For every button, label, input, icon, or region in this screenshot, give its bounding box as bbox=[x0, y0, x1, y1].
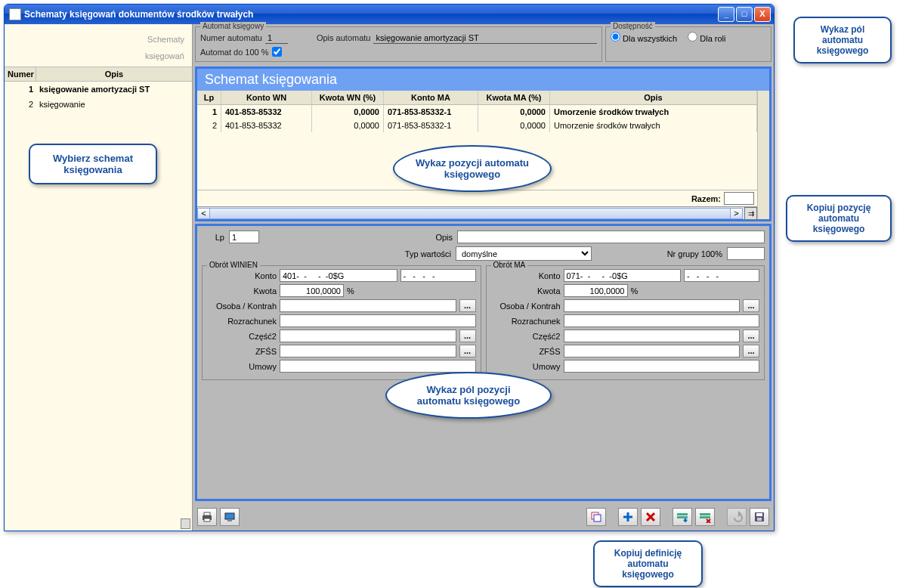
delete-button[interactable] bbox=[641, 508, 660, 526]
list-item[interactable]: 1 księgowanie amortyzacji ST bbox=[5, 82, 192, 97]
grid-hscroll[interactable]: < > ⇉ bbox=[197, 206, 757, 219]
scroll-left-icon[interactable]: < bbox=[197, 208, 210, 219]
sidebar-header: Numer Opis bbox=[5, 67, 192, 82]
ma-osoba-lookup[interactable]: ... bbox=[743, 299, 759, 312]
ma-konto-input[interactable] bbox=[564, 269, 682, 282]
svg-rect-2 bbox=[204, 518, 210, 521]
row-add-button[interactable] bbox=[673, 508, 692, 526]
wn-osoba-input[interactable] bbox=[280, 299, 456, 312]
grid-title: Schemat księgowania bbox=[197, 69, 769, 91]
print-button[interactable] bbox=[197, 508, 217, 526]
svg-rect-3 bbox=[225, 513, 234, 519]
minimize-button[interactable]: _ bbox=[718, 7, 734, 22]
undo-button[interactable] bbox=[727, 508, 747, 526]
wn-roz-input[interactable] bbox=[280, 314, 476, 327]
detail-opis-input[interactable] bbox=[457, 231, 765, 243]
grid-header: Lp Konto WN Kwota WN (%) Konto MA Kwota … bbox=[197, 91, 757, 105]
wn-osoba-lookup[interactable]: ... bbox=[459, 299, 476, 312]
detail-panel: Lp Opis Typ wartości domyślne Nr grupy 1… bbox=[195, 224, 771, 501]
titlebar: Schematy księgowań dokumentów środków tr… bbox=[5, 5, 774, 24]
obrot-wn-fieldset: Obrót WINIEN Konto Kwota % Osoba / Kontr… bbox=[202, 265, 481, 380]
app-icon bbox=[9, 8, 21, 20]
window-title: Schematy księgowań dokumentów środków tr… bbox=[24, 9, 718, 20]
razem-label: Razem: bbox=[691, 194, 721, 203]
svg-rect-7 bbox=[677, 513, 688, 515]
ma-um-input[interactable] bbox=[564, 360, 760, 373]
ma-kwota-input[interactable] bbox=[564, 284, 628, 297]
svg-rect-12 bbox=[756, 513, 762, 516]
dostep-fieldset: Dostępność Dla wszystkich Dla roli bbox=[605, 26, 771, 62]
automat-fieldset: Automat księgowy Numer automatu Opis aut… bbox=[195, 26, 602, 62]
100-checkbox[interactable] bbox=[272, 47, 282, 57]
numer-label: Numer automatu bbox=[200, 33, 262, 42]
radio-all[interactable]: Dla wszystkich bbox=[611, 32, 677, 43]
copy-def-button[interactable] bbox=[586, 508, 606, 526]
svg-rect-9 bbox=[700, 513, 710, 515]
table-row[interactable]: 1 401-853-85332 0,0000 071-853-85332-1 0… bbox=[197, 105, 757, 119]
save-button[interactable] bbox=[750, 508, 769, 526]
bottom-toolbar bbox=[195, 506, 771, 528]
ma-cz-lookup[interactable]: ... bbox=[743, 330, 759, 342]
wn-cz-lookup[interactable]: ... bbox=[459, 330, 476, 342]
ma-roz-input[interactable] bbox=[564, 314, 760, 327]
ma-zfss-lookup[interactable]: ... bbox=[743, 345, 759, 357]
callout-automat-fields: Wykaz pól automatu księgowego bbox=[793, 17, 892, 63]
lp-input[interactable] bbox=[229, 231, 259, 243]
callout-positions: Wykaz pozycji automatu księgowego bbox=[393, 145, 552, 192]
wn-konto2-input[interactable] bbox=[400, 269, 476, 282]
wn-um-input[interactable] bbox=[280, 360, 476, 373]
wn-zfss-lookup[interactable]: ... bbox=[459, 345, 476, 357]
nrg-input[interactable] bbox=[727, 247, 765, 260]
screen-button[interactable] bbox=[220, 508, 240, 526]
copy-position-button[interactable]: ⇉ bbox=[744, 207, 757, 220]
wn-kwota-input[interactable] bbox=[280, 284, 344, 297]
sidebar: Schematyksięgowań Numer Opis 1 księgowan… bbox=[5, 24, 193, 531]
callout-fields: Wykaz pól pozycji automatu księgowego bbox=[385, 372, 552, 419]
main-window: Schematy księgowań dokumentów środków tr… bbox=[4, 4, 775, 531]
col-opis[interactable]: Opis bbox=[36, 67, 192, 81]
opis-input[interactable] bbox=[373, 32, 597, 44]
maximize-button[interactable]: □ bbox=[736, 7, 753, 22]
ma-zfss-input[interactable] bbox=[564, 345, 741, 357]
grid-vscroll[interactable] bbox=[757, 91, 769, 219]
typ-select[interactable]: domyślne bbox=[456, 246, 592, 261]
wn-cz-input[interactable] bbox=[280, 330, 456, 342]
svg-rect-13 bbox=[757, 518, 762, 521]
scroll-right-icon[interactable]: > bbox=[730, 208, 743, 219]
ma-konto2-input[interactable] bbox=[684, 269, 759, 282]
obrot-ma-fieldset: Obrót MA Konto Kwota % Osoba / Kontrah..… bbox=[486, 265, 765, 380]
svg-rect-4 bbox=[227, 520, 232, 521]
callout-copy-pos: Kopiuj pozycję automatu księgowego bbox=[786, 195, 892, 242]
opis-label: Opis automatu bbox=[317, 33, 371, 42]
ma-cz-input[interactable] bbox=[564, 330, 741, 342]
schema-grid: Schemat księgowania Lp Konto WN Kwota WN… bbox=[195, 67, 771, 221]
table-row[interactable]: 2 401-853-85332 0,0000 071-853-85332-1 0… bbox=[197, 119, 757, 132]
row-del-button[interactable] bbox=[695, 508, 715, 526]
callout-select-schema: Wybierz schemat księgowania bbox=[29, 144, 157, 184]
svg-rect-10 bbox=[700, 516, 710, 518]
svg-rect-6 bbox=[594, 515, 601, 521]
close-button[interactable]: X bbox=[754, 7, 771, 22]
callout-copy-def: Kopiuj definicję automatu księgowego bbox=[593, 540, 703, 587]
svg-rect-1 bbox=[204, 512, 210, 515]
wn-zfss-input[interactable] bbox=[280, 345, 456, 357]
100-label: Automat do 100 % bbox=[200, 48, 269, 57]
sidebar-scroll[interactable] bbox=[181, 518, 190, 529]
numer-input[interactable] bbox=[265, 32, 288, 44]
wn-konto-input[interactable] bbox=[280, 269, 397, 282]
svg-rect-8 bbox=[677, 516, 688, 518]
add-button[interactable] bbox=[618, 508, 638, 526]
ma-osoba-input[interactable] bbox=[564, 299, 741, 312]
razem-value bbox=[724, 192, 754, 205]
list-item[interactable]: 2 księgowanie bbox=[5, 97, 192, 112]
sidebar-title: Schematyksięgowań bbox=[5, 24, 192, 67]
radio-role[interactable]: Dla roli bbox=[688, 32, 725, 43]
col-numer[interactable]: Numer bbox=[5, 67, 36, 81]
main-panel: Automat księgowy Numer automatu Opis aut… bbox=[193, 24, 774, 531]
